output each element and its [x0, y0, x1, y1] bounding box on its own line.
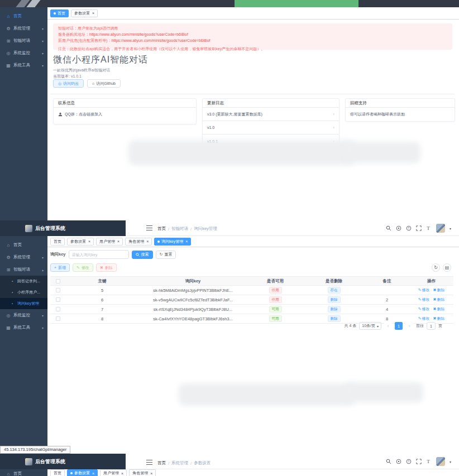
current-page-button[interactable]: 1: [395, 322, 403, 330]
edit-button[interactable]: ✎ 修改: [73, 263, 93, 272]
breadcrumb-home[interactable]: 首页: [157, 460, 166, 466]
close-icon[interactable]: ×: [92, 11, 94, 15]
tab-home[interactable]: 首页: [50, 238, 65, 246]
source-code-icon[interactable]: [396, 225, 401, 231]
tab-roles[interactable]: 角色管理×: [125, 238, 152, 246]
qq-group-text[interactable]: QQ群：点击链接加入: [65, 112, 102, 117]
sidebar-item-key-management[interactable]: ▪ 询问key管理: [0, 298, 47, 309]
row-checkbox[interactable]: [56, 316, 60, 321]
sidebar-item-monitor[interactable]: ◎ 系统监控 ▾: [0, 47, 47, 59]
page-size-select[interactable]: 10条/页 ▾: [359, 322, 381, 330]
hamburger-icon[interactable]: [146, 225, 152, 230]
search-input[interactable]: [69, 250, 129, 259]
close-icon[interactable]: ×: [92, 472, 94, 475]
font-size-icon[interactable]: T: [426, 225, 432, 231]
row-delete-link[interactable]: ✖删除: [433, 316, 445, 321]
row-edit-link[interactable]: ✎修改: [418, 306, 430, 312]
breadcrumb-item[interactable]: 智能对话: [171, 226, 188, 232]
row-checkbox[interactable]: [56, 297, 60, 302]
caret-down-icon[interactable]: ▾: [450, 460, 451, 464]
tab-roles[interactable]: 角色管理×: [129, 469, 156, 476]
select-all-checkbox[interactable]: [56, 279, 60, 283]
row-edit-link[interactable]: ✎修改: [418, 297, 430, 302]
caret-down-icon[interactable]: ▾: [450, 227, 451, 230]
sidebar-item-answer-records[interactable]: ▪ 回答记录列...: [0, 276, 47, 287]
row-edit-link[interactable]: ✎修改: [418, 316, 430, 321]
tab-home[interactable]: 首页: [50, 469, 65, 476]
brand-block[interactable]: 后台管理系统: [0, 454, 126, 469]
column-header: 是否删除: [303, 278, 365, 284]
close-icon[interactable]: ×: [121, 472, 123, 475]
tab-key-management[interactable]: 询问key管理×: [154, 238, 191, 246]
close-icon[interactable]: ×: [88, 239, 90, 243]
pagination: 共 4 条 10条/页 ▾ ‹ 1 › 前往 页: [344, 322, 442, 330]
sidebar-item-home[interactable]: ⌂ 首页: [0, 10, 47, 22]
delete-button[interactable]: ✖ 删除: [96, 263, 117, 272]
row-delete-link[interactable]: ✖删除: [433, 287, 445, 293]
row-checkbox[interactable]: [56, 288, 60, 292]
tab-settings[interactable]: 参数设置 ×: [71, 9, 98, 17]
sidebar-item-system[interactable]: ⚙ 系统管理 ▾: [0, 22, 47, 35]
visit-gitee-button[interactable]: ◎ 访问码云: [53, 79, 84, 88]
home-icon: ⌂: [6, 472, 11, 476]
close-icon[interactable]: ×: [146, 239, 149, 243]
close-icon[interactable]: ×: [150, 472, 152, 475]
question-icon[interactable]: ?: [406, 459, 412, 464]
hamburger-icon[interactable]: [146, 460, 152, 465]
source-code-icon[interactable]: [396, 459, 401, 464]
cell-remark: 4: [365, 307, 409, 312]
search-icon[interactable]: [386, 225, 391, 231]
sidebar-item-tools[interactable]: ▦ 系统工具 ▾: [0, 59, 47, 71]
next-page-button[interactable]: ›: [405, 322, 413, 330]
row-delete-link[interactable]: ✖删除: [433, 297, 445, 302]
search-button[interactable]: 搜索: [132, 251, 153, 259]
columns-icon[interactable]: ▤: [443, 263, 451, 272]
tab-home[interactable]: 首页: [50, 9, 69, 17]
visit-github-button[interactable]: ⌂ 访问Github: [87, 79, 121, 88]
row-checkbox[interactable]: [56, 307, 60, 311]
close-icon[interactable]: ×: [117, 239, 119, 243]
tab-label: 角色管理: [128, 239, 144, 244]
goto-page-input[interactable]: [427, 322, 436, 330]
sidebar-item-ai-chat[interactable]: ⊞ 智能对话 ▾: [0, 35, 47, 47]
close-icon[interactable]: ×: [185, 239, 188, 243]
sidebar-item-monitor[interactable]: ◎ 系统监控 ▾: [0, 309, 47, 321]
tab-users[interactable]: 用户管理×: [100, 469, 127, 476]
changelog-item[interactable]: v1.0 ›: [203, 121, 339, 134]
tab-settings[interactable]: 参数设置×: [67, 238, 94, 246]
avatar[interactable]: [436, 457, 445, 466]
reset-button[interactable]: ↻ 重置: [156, 251, 176, 259]
breadcrumb-item[interactable]: 系统管理: [171, 460, 188, 466]
search-icon[interactable]: [386, 459, 391, 464]
aliyun-link[interactable]: https://www.aliyun.com/minisite/goods?us…: [112, 39, 211, 42]
tab-users[interactable]: 用户管理×: [96, 238, 123, 246]
avatar[interactable]: [436, 224, 445, 233]
add-button[interactable]: + 新增: [50, 263, 70, 272]
aliyun-link[interactable]: https://www.aliyun.com/minisite/goods?us…: [89, 32, 188, 36]
sidebar-item-miniapp-users[interactable]: ▪ 小程序用户...: [0, 287, 47, 298]
tab-settings[interactable]: 参数设置×: [67, 469, 98, 476]
row-edit-link[interactable]: ✎修改: [418, 287, 430, 293]
cell-id: 6: [66, 297, 138, 302]
sidebar-item-home[interactable]: ⌂ 首页: [0, 470, 47, 476]
sidebar-item-system[interactable]: ⚙ 系统管理 ▾: [0, 251, 47, 263]
font-size-icon[interactable]: T: [426, 459, 432, 464]
row-delete-link[interactable]: ✖删除: [433, 306, 445, 312]
brand-block[interactable]: 后台管理系统: [0, 220, 126, 236]
alert-line: 服务器购买地址：https://www.aliyun.com/minisite/…: [58, 32, 447, 38]
fullscreen-icon[interactable]: [416, 225, 422, 231]
fullscreen-icon[interactable]: [416, 459, 422, 464]
sidebar-item-ai-chat[interactable]: ⊞ 智能对话 ▴: [0, 263, 47, 276]
sidebar-item-tools[interactable]: ▦ 系统工具 ▾: [0, 321, 47, 334]
breadcrumb-home[interactable]: 首页: [157, 226, 166, 232]
changelog-item[interactable]: v3.0 (更新较大,需要重置数据库) ›: [203, 108, 339, 121]
refresh-icon[interactable]: ↻: [432, 263, 440, 272]
sidebar-item-home[interactable]: ⌂ 首页: [0, 239, 47, 251]
sidebar-item-label: 小程序用户...: [17, 290, 40, 295]
browser-top-strip: [0, 0, 459, 7]
prev-page-button[interactable]: ‹: [384, 322, 392, 330]
question-icon[interactable]: ?: [406, 225, 412, 231]
delete-icon: ✖: [433, 316, 437, 321]
button-label: 重置: [164, 252, 172, 257]
tab-label: 首页: [54, 239, 61, 244]
